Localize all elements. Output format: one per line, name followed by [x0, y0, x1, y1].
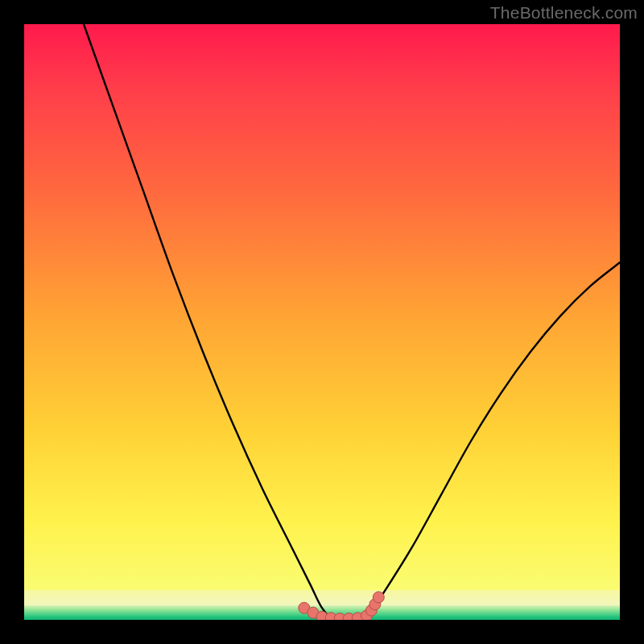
optimal-marker: [373, 592, 384, 603]
curve-layer: [24, 24, 620, 620]
watermark-text: TheBottleneck.com: [490, 3, 638, 23]
optimal-range-markers: [299, 592, 385, 620]
chart-container: TheBottleneck.com: [0, 0, 644, 644]
bottleneck-curve: [84, 24, 620, 620]
plot-area: [24, 24, 620, 620]
